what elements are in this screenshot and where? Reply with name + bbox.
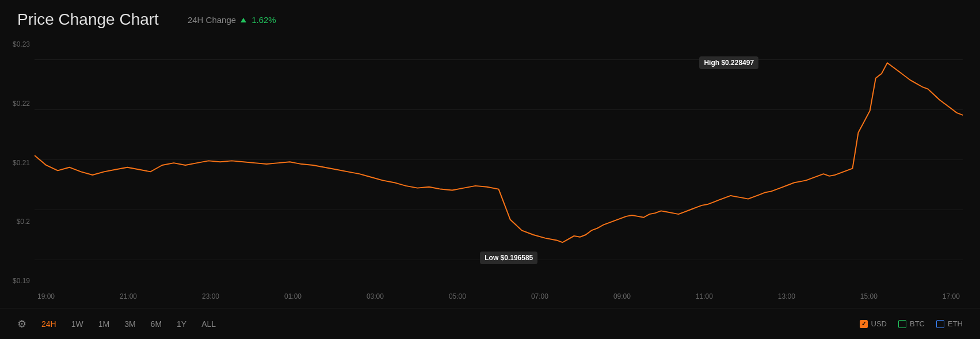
currency-controls: ✓ USD BTC ETH (860, 319, 963, 328)
y-label-1: $0.22 (5, 100, 30, 108)
currency-eth[interactable]: ETH (936, 319, 963, 328)
price-svg (35, 35, 963, 285)
tf-btn-1y[interactable]: 1Y (171, 317, 192, 331)
y-axis: $0.23 $0.22 $0.21 $0.2 $0.19 (0, 35, 35, 285)
x-label-5: 05:00 (449, 292, 466, 300)
x-label-7: 09:00 (613, 292, 631, 300)
x-label-2: 23:00 (202, 292, 219, 300)
x-label-0: 19:00 (37, 292, 55, 300)
chart-inner: High $0.228497 Low $0.196585 19:00 21:00… (35, 35, 963, 308)
tooltip-high: High $0.228497 (699, 56, 758, 69)
currency-usd[interactable]: ✓ USD (860, 319, 887, 328)
tooltip-low: Low $0.196585 (480, 252, 537, 264)
arrow-up-icon (241, 18, 246, 22)
x-label-9: 13:00 (778, 292, 795, 300)
eth-checkbox[interactable] (936, 320, 944, 328)
change-arrow-icon (241, 14, 248, 25)
tf-btn-24h[interactable]: 24H (36, 317, 62, 331)
x-label-6: 07:00 (531, 292, 548, 300)
high-label: High (704, 59, 721, 67)
tf-btn-6m[interactable]: 6M (145, 317, 167, 331)
low-label: Low (485, 254, 500, 262)
btc-label: BTC (910, 319, 925, 328)
currency-btc[interactable]: BTC (898, 319, 925, 328)
change-value: 1.62% (251, 15, 276, 25)
price-change-chart: Price Change Chart 24H Change 1.62% $0.2… (0, 0, 980, 339)
chart-area: $0.23 $0.22 $0.21 $0.2 $0.19 High $0.22 (0, 35, 980, 308)
tf-btn-all[interactable]: ALL (196, 317, 222, 331)
y-label-2: $0.21 (5, 159, 30, 167)
low-value: $0.196585 (501, 254, 533, 262)
chart-header: Price Change Chart 24H Change 1.62% (0, 0, 980, 35)
x-label-11: 17:00 (943, 292, 960, 300)
chart-title: Price Change Chart (17, 10, 159, 29)
btc-checkbox[interactable] (898, 320, 906, 328)
x-label-1: 21:00 (120, 292, 137, 300)
check-icon: ✓ (861, 321, 866, 327)
x-axis: 19:00 21:00 23:00 01:00 03:00 05:00 07:0… (35, 285, 963, 308)
filter-icon[interactable]: ⚙ (17, 318, 26, 330)
footer: ⚙ 24H 1W 1M 3M 6M 1Y ALL ✓ USD BTC ETH (0, 308, 980, 339)
y-label-3: $0.2 (5, 218, 30, 226)
tf-btn-3m[interactable]: 3M (119, 317, 141, 331)
change-label: 24H Change (188, 15, 236, 25)
x-label-8: 11:00 (696, 292, 713, 300)
y-label-4: $0.19 (5, 277, 30, 285)
y-label-0: $0.23 (5, 40, 30, 48)
usd-label: USD (871, 319, 887, 328)
tf-btn-1m[interactable]: 1M (93, 317, 115, 331)
change-indicator: 24H Change 1.62% (176, 14, 276, 25)
timeframe-controls: ⚙ 24H 1W 1M 3M 6M 1Y ALL (17, 317, 222, 331)
eth-label: ETH (948, 319, 963, 328)
x-label-3: 01:00 (284, 292, 302, 300)
high-value: $0.228497 (721, 59, 754, 67)
x-label-10: 15:00 (860, 292, 878, 300)
usd-checkbox[interactable]: ✓ (860, 320, 868, 328)
x-label-4: 03:00 (367, 292, 384, 300)
tf-btn-1w[interactable]: 1W (66, 317, 89, 331)
